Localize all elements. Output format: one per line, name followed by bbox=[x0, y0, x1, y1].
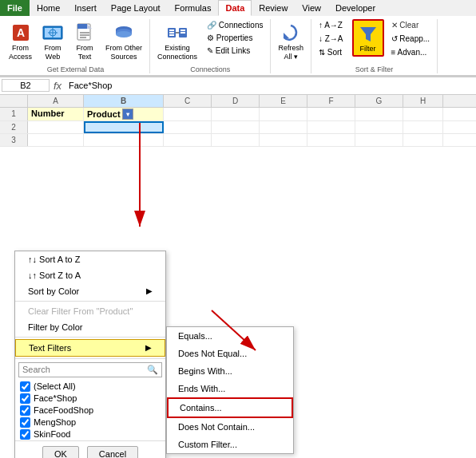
check-skinfood[interactable]: SkinFood bbox=[18, 428, 162, 440]
cell-e2[interactable] bbox=[260, 121, 307, 133]
col-header-c[interactable]: C bbox=[164, 95, 212, 107]
checkbox-facefoodshop[interactable] bbox=[20, 405, 30, 416]
from-other-sources-button[interactable]: From OtherSources bbox=[101, 19, 146, 64]
filter-label: Filter bbox=[360, 45, 376, 53]
from-web-button[interactable]: FromWeb bbox=[38, 19, 68, 64]
cancel-button[interactable]: Cancel bbox=[87, 446, 138, 458]
tab-insert[interactable]: Insert bbox=[67, 0, 104, 16]
col-header-e[interactable]: E bbox=[260, 95, 307, 107]
check-select-all[interactable]: (Select All) bbox=[18, 381, 162, 393]
tab-formulas[interactable]: Formulas bbox=[168, 0, 219, 16]
cell-e3[interactable] bbox=[260, 134, 307, 146]
col-header-h[interactable]: H bbox=[403, 95, 443, 107]
col-header-a[interactable]: A bbox=[28, 95, 84, 107]
formula-input[interactable] bbox=[65, 80, 474, 91]
table-row: 1 Number Product ▾ bbox=[0, 108, 476, 121]
filter-dropdown-arrow[interactable]: ▾ bbox=[122, 109, 133, 120]
clear-button[interactable]: ✕ Clear bbox=[387, 19, 434, 31]
cell-d3[interactable] bbox=[212, 134, 260, 146]
check-faceshop-label: Face*Shop bbox=[34, 393, 77, 403]
col-header-g[interactable]: G bbox=[355, 95, 403, 107]
cell-d2[interactable] bbox=[212, 121, 260, 133]
cell-a2[interactable] bbox=[28, 121, 84, 133]
advanced-button[interactable]: ≡ Advan... bbox=[387, 46, 434, 58]
cell-d1[interactable] bbox=[212, 108, 260, 120]
ok-button[interactable]: OK bbox=[42, 446, 79, 458]
tab-data[interactable]: Data bbox=[218, 0, 252, 16]
search-input[interactable] bbox=[19, 363, 144, 376]
cell-h1[interactable] bbox=[403, 108, 443, 120]
check-skinfood-label: SkinFood bbox=[34, 429, 70, 439]
cell-h2[interactable] bbox=[403, 121, 443, 133]
text-filters-label: Text Filters bbox=[29, 343, 71, 353]
cell-a1[interactable]: Number bbox=[28, 108, 84, 120]
cell-c1[interactable] bbox=[164, 108, 212, 120]
sort-az-button[interactable]: ↑ A→Z bbox=[315, 19, 347, 31]
custom-filter-item[interactable]: Custom Filter... bbox=[167, 436, 293, 453]
cell-a3[interactable] bbox=[28, 134, 84, 146]
cell-c3[interactable] bbox=[164, 134, 212, 146]
search-box[interactable]: 🔍 bbox=[18, 362, 162, 377]
not-contain-item[interactable]: Does Not Contain... bbox=[167, 418, 293, 436]
cell-reference[interactable] bbox=[2, 79, 50, 92]
contains-item[interactable]: Contains... bbox=[167, 397, 293, 418]
properties-button[interactable]: ⚙ Properties bbox=[203, 32, 267, 44]
from-access-label: FromAccess bbox=[9, 44, 32, 61]
sort-color-item[interactable]: Sort by Color ▶ bbox=[15, 283, 165, 299]
cell-f3[interactable] bbox=[307, 134, 355, 146]
equals-item[interactable]: Equals... bbox=[167, 327, 293, 345]
existing-connections-button[interactable]: ExistingConnections bbox=[153, 19, 201, 64]
cell-b1[interactable]: Product ▾ bbox=[84, 108, 164, 120]
sort-za-button[interactable]: ↓ Z→A bbox=[315, 33, 347, 45]
begins-with-item[interactable]: Begins With... bbox=[167, 362, 293, 380]
cell-f1[interactable] bbox=[307, 108, 355, 120]
col-header-f[interactable]: F bbox=[307, 95, 355, 107]
tab-file[interactable]: File bbox=[0, 0, 30, 16]
ends-with-item[interactable]: Ends With... bbox=[167, 380, 293, 397]
cell-e1[interactable] bbox=[260, 108, 307, 120]
from-access-button[interactable]: A FromAccess bbox=[5, 19, 36, 64]
conn-small-group: 🔗 Connections ⚙ Properties ✎ Edit Links bbox=[203, 19, 267, 57]
not-equal-item[interactable]: Does Not Equal... bbox=[167, 345, 293, 362]
col-header-b[interactable]: B bbox=[84, 95, 164, 107]
checkbox-select-all[interactable] bbox=[20, 381, 30, 392]
connections-button[interactable]: 🔗 Connections bbox=[203, 19, 267, 31]
check-facefoodshop[interactable]: FaceFoodShop bbox=[18, 405, 162, 417]
tab-home[interactable]: Home bbox=[30, 0, 67, 16]
tab-review[interactable]: Review bbox=[252, 0, 295, 16]
cell-f2[interactable] bbox=[307, 121, 355, 133]
from-text-button[interactable]: FromText bbox=[69, 19, 100, 64]
sort-button[interactable]: ⇅ Sort bbox=[315, 46, 347, 58]
dropdown-context-menu: ↑↓ Sort A to Z ↓↑ Sort Z to A Sort by Co… bbox=[14, 251, 166, 458]
filter-color-item[interactable]: Filter by Color bbox=[15, 319, 165, 335]
text-filters-arrow: ▶ bbox=[145, 343, 152, 352]
sort-az-item[interactable]: ↑↓ Sort A to Z bbox=[15, 251, 165, 267]
cell-h3[interactable] bbox=[403, 134, 443, 146]
checkbox-skinfood[interactable] bbox=[20, 429, 30, 440]
cell-g2[interactable] bbox=[355, 121, 403, 133]
svg-rect-20 bbox=[169, 30, 174, 31]
sort-za-item[interactable]: ↓↑ Sort Z to A bbox=[15, 267, 165, 283]
svg-point-17 bbox=[116, 31, 132, 38]
cell-b2[interactable] bbox=[84, 121, 164, 133]
filter-button[interactable]: Filter bbox=[352, 19, 384, 57]
text-filters-item[interactable]: Text Filters ▶ bbox=[15, 339, 165, 357]
col-header-d[interactable]: D bbox=[212, 95, 260, 107]
clear-filter-item[interactable]: Clear Filter From "Product" bbox=[15, 303, 165, 319]
checkbox-faceshop[interactable] bbox=[20, 393, 30, 404]
existing-connections-label: ExistingConnections bbox=[157, 44, 197, 61]
refresh-all-icon bbox=[280, 22, 302, 44]
refresh-all-button[interactable]: RefreshAll ▾ bbox=[274, 19, 307, 64]
cell-b3[interactable] bbox=[84, 134, 164, 146]
edit-links-button[interactable]: ✎ Edit Links bbox=[203, 45, 267, 57]
tab-developer[interactable]: Developer bbox=[328, 0, 383, 16]
tab-page-layout[interactable]: Page Layout bbox=[104, 0, 168, 16]
tab-view[interactable]: View bbox=[295, 0, 328, 16]
cell-g1[interactable] bbox=[355, 108, 403, 120]
check-faceshop[interactable]: Face*Shop bbox=[18, 393, 162, 405]
reapply-button[interactable]: ↺ Reapp... bbox=[387, 33, 434, 45]
checkbox-mengshop[interactable] bbox=[20, 417, 30, 428]
cell-g3[interactable] bbox=[355, 134, 403, 146]
check-mengshop[interactable]: MengShop bbox=[18, 417, 162, 428]
cell-c2[interactable] bbox=[164, 121, 212, 133]
